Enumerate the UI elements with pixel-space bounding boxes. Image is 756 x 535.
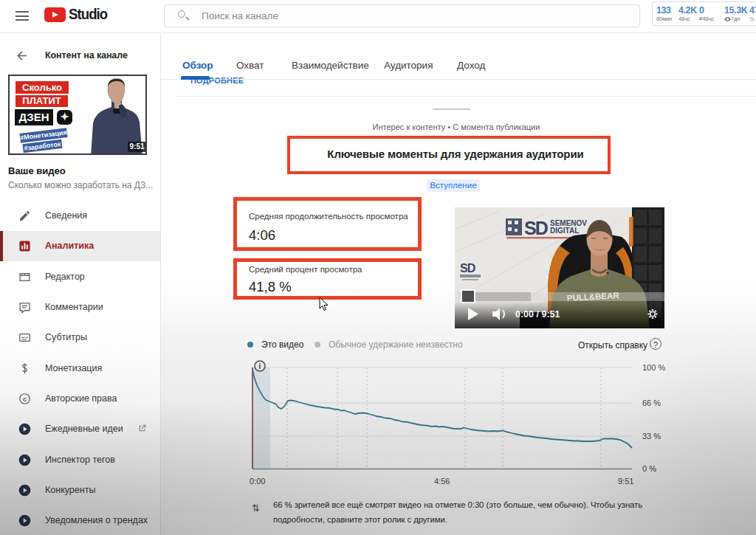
svg-text:33 %: 33 % <box>642 432 661 441</box>
svg-text:9:51: 9:51 <box>618 477 633 486</box>
svg-text:66 %: 66 % <box>642 398 661 407</box>
svg-text:0:00: 0:00 <box>250 477 265 486</box>
svg-text:SD: SD <box>460 262 475 275</box>
svg-text:DIGITAL: DIGITAL <box>550 227 579 235</box>
svg-text:SD: SD <box>524 218 548 238</box>
svg-text:100 %: 100 % <box>642 363 665 372</box>
svg-text:c: c <box>23 396 27 403</box>
svg-text:0:00 / 9:51: 0:00 / 9:51 <box>515 309 560 320</box>
svg-text:i: i <box>259 362 261 370</box>
svg-text:4:56: 4:56 <box>434 477 450 486</box>
svg-text:0 %: 0 % <box>642 464 656 473</box>
